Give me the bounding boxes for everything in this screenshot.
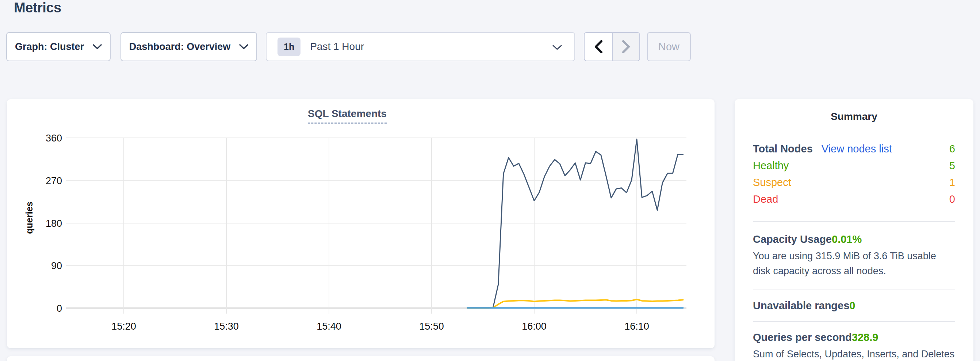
time-range-label: Past 1 Hour	[310, 41, 364, 52]
queries-per-second-label: Queries per second	[753, 331, 852, 344]
svg-text:15:30: 15:30	[214, 321, 239, 332]
chevron-down-icon	[93, 44, 102, 50]
graph-dropdown-label: Graph: Cluster	[15, 41, 84, 52]
graph-dropdown[interactable]: Graph: Cluster	[6, 32, 111, 61]
summary-panel: Summary Total Nodes View nodes list 6 He…	[735, 99, 974, 361]
series-yellow-line	[467, 299, 683, 308]
sql-statements-chart: 09018027036015:2015:3015:4015:5016:0016:…	[7, 99, 714, 348]
capacity-usage-label: Capacity Usage	[753, 233, 832, 245]
nodes-summary: Total Nodes View nodes list 6 Healthy 5 …	[753, 143, 955, 210]
healthy-label: Healthy	[753, 160, 789, 172]
divider	[753, 290, 955, 290]
dead-value: 0	[949, 193, 955, 205]
y-gridlines	[66, 138, 686, 308]
queries-per-second-value: 328.9	[852, 331, 878, 344]
svg-text:0: 0	[57, 303, 62, 314]
sql-statements-chart-card: SQL Statements 09018027036015:2015:3015:…	[7, 99, 714, 348]
prev-time-button[interactable]	[585, 33, 612, 60]
capacity-usage-description: You are using 315.9 MiB of 3.6 TiB usabl…	[753, 249, 955, 279]
suspect-value: 1	[949, 176, 955, 188]
svg-text:16:10: 16:10	[624, 321, 649, 332]
chevron-right-icon	[622, 40, 631, 54]
next-chart-card-edge	[7, 356, 714, 361]
next-time-button[interactable]	[612, 33, 640, 60]
svg-text:16:00: 16:00	[522, 321, 547, 332]
time-range-selector[interactable]: 1h Past 1 Hour	[266, 32, 575, 61]
chevron-down-icon	[239, 44, 248, 50]
svg-text:180: 180	[46, 218, 62, 229]
svg-text:15:50: 15:50	[419, 321, 444, 332]
total-nodes-label: Total Nodes	[753, 143, 813, 155]
series-navy-line	[467, 139, 683, 308]
dead-nodes-row: Dead 0	[753, 193, 955, 210]
healthy-value: 5	[949, 160, 955, 172]
suspect-nodes-row: Suspect 1	[753, 176, 955, 193]
unavailable-ranges-row: Unavailable ranges 0	[753, 300, 955, 312]
total-nodes-row: Total Nodes View nodes list 6	[753, 143, 955, 160]
svg-text:15:40: 15:40	[317, 321, 341, 332]
summary-title: Summary	[753, 99, 955, 122]
now-button[interactable]: Now	[647, 32, 691, 61]
page-title: Metrics	[14, 0, 61, 16]
svg-text:15:20: 15:20	[111, 321, 136, 332]
suspect-label: Suspect	[753, 176, 791, 188]
healthy-nodes-row: Healthy 5	[753, 160, 955, 176]
dashboard-dropdown[interactable]: Dashboard: Overview	[121, 32, 257, 61]
unavailable-ranges-label: Unavailable ranges	[753, 300, 849, 312]
divider	[753, 221, 955, 222]
dead-label: Dead	[753, 193, 778, 205]
svg-text:90: 90	[51, 260, 62, 271]
chevron-left-icon	[594, 40, 603, 54]
capacity-usage-row: Capacity Usage 0.01%	[753, 233, 955, 245]
queries-per-second-row: Queries per second 328.9	[753, 331, 955, 344]
unavailable-ranges-value: 0	[849, 300, 855, 312]
time-pager	[584, 32, 640, 61]
divider	[753, 321, 955, 322]
dashboard-dropdown-label: Dashboard: Overview	[129, 41, 231, 52]
total-nodes-value: 6	[949, 143, 955, 155]
chevron-down-icon	[552, 45, 562, 50]
svg-text:360: 360	[46, 133, 62, 144]
capacity-usage-value: 0.01%	[832, 233, 862, 245]
y-axis-label: queries	[24, 202, 34, 234]
svg-text:270: 270	[46, 176, 62, 186]
time-range-badge: 1h	[277, 38, 301, 56]
x-tick-labels: 15:2015:3015:4015:5016:0016:10	[111, 321, 649, 332]
queries-per-second-description: Sum of Selects, Updates, Inserts, and De…	[753, 347, 955, 361]
y-tick-labels: 090180270360	[46, 133, 62, 314]
view-nodes-list-link[interactable]: View nodes list	[821, 143, 892, 155]
